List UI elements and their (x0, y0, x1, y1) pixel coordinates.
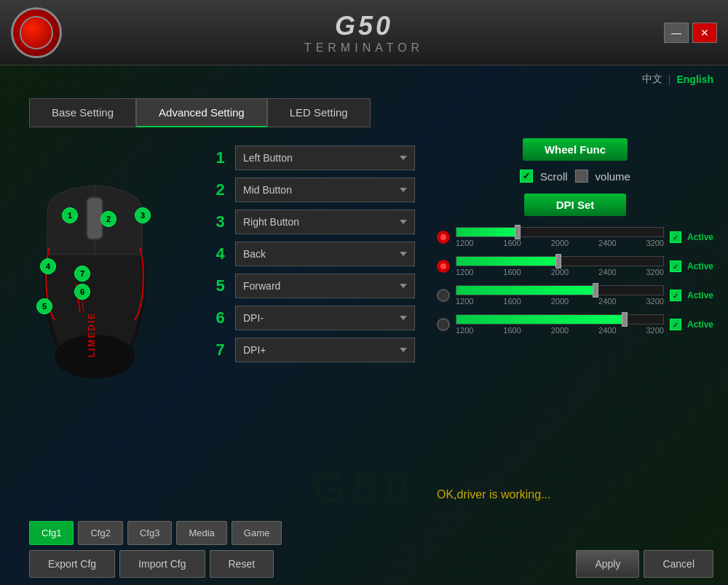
scroll-checkbox[interactable] (520, 170, 533, 183)
svg-text:LIMEDIE: LIMEDIE (87, 312, 97, 358)
mouse-btn-7: 7 (74, 266, 90, 282)
scroll-row: Scroll volume (437, 170, 713, 183)
button-select-1[interactable]: Left ButtonRight ButtonMid Button (235, 146, 415, 170)
dpi-active-3[interactable] (670, 290, 681, 301)
row-num-4: 4 (211, 244, 229, 263)
title-terminator: TERMINATOR (304, 41, 424, 55)
button-select-2[interactable]: Mid ButtonLeft ButtonRight Button (235, 178, 415, 202)
language-bar: 中文 | English (642, 73, 713, 86)
row-num-5: 5 (211, 276, 229, 295)
dpi-radio-2[interactable] (437, 260, 450, 273)
dpi-radio-3[interactable] (437, 289, 450, 302)
button-row-3: 3 Right ButtonLeft ButtonMid Button (211, 210, 415, 234)
tabs-row: Base Setting Advanced Setting LED Settin… (29, 98, 371, 127)
dpi-active-2[interactable] (670, 260, 681, 272)
tab-led-setting[interactable]: LED Setting (267, 98, 371, 127)
dpi-active-4[interactable] (670, 319, 681, 330)
volume-checkbox[interactable] (575, 170, 588, 183)
svg-point-0 (20, 17, 52, 49)
scroll-label: Scroll (540, 170, 568, 183)
mouse-btn-4: 4 (40, 258, 56, 274)
dpi-slider-2: 1200 1600 2000 2400 3200 (456, 256, 664, 276)
window-controls: — ✕ (664, 23, 717, 43)
button-select-3[interactable]: Right ButtonLeft ButtonMid Button (235, 210, 415, 234)
mouse-btn-2: 2 (100, 211, 116, 227)
button-row-5: 5 ForwardBack (211, 274, 415, 298)
wheel-func-button[interactable]: Wheel Func (523, 138, 628, 161)
watermark: G50 (312, 462, 416, 512)
left-actions: Export Cfg Import Cfg Reset (29, 550, 274, 578)
dpi-radio-4[interactable] (437, 318, 450, 331)
dpi-active-label-2: Active (687, 261, 713, 271)
button-select-6[interactable]: DPI-DPI+ (235, 306, 415, 330)
dpi-active-label-3: Active (687, 290, 713, 301)
dpi-row-3: 1200 1600 2000 2400 3200 Active (437, 285, 713, 306)
minimize-button[interactable]: — (664, 23, 689, 43)
mouse-btn-1: 1 (62, 207, 78, 223)
title-bar: G50 TERMINATOR — ✕ (0, 0, 728, 65)
row-num-1: 1 (211, 148, 229, 167)
row-num-7: 7 (211, 341, 229, 359)
title-g50: G50 (304, 11, 424, 41)
right-actions: Apply Cancel (576, 550, 713, 578)
dpi-active-label-4: Active (687, 319, 713, 330)
cfg2-button[interactable]: Cfg2 (78, 521, 122, 545)
bottom-bar: Cfg1 Cfg2 Cfg3 Media Game (29, 521, 713, 545)
mouse-container: LIMEDIE 1 2 3 4 5 6 7 (22, 138, 218, 415)
dpi-active-label-1: Active (687, 232, 713, 242)
logo-area (11, 7, 62, 58)
main-content: G50 中文 | English Base Setting Advanced S… (0, 65, 728, 585)
status-text: OK,driver is working... (437, 488, 550, 501)
dpi-row-2: 1200 1600 2000 2400 3200 Active (437, 256, 713, 276)
right-panel: Wheel Func Scroll volume DPI Set 1200 16… (437, 138, 713, 343)
row-num-6: 6 (211, 309, 229, 327)
dpi-slider-3: 1200 1600 2000 2400 3200 (456, 285, 664, 306)
dpi-slider-4: 1200 1600 2000 2400 3200 (456, 314, 664, 335)
dpi-row-4: 1200 1600 2000 2400 3200 Active (437, 314, 713, 335)
cfg1-button[interactable]: Cfg1 (29, 521, 74, 545)
dpi-set-button[interactable]: DPI Set (524, 194, 626, 216)
button-row-7: 7 DPI+DPI- (211, 338, 415, 362)
cfg3-button[interactable]: Cfg3 (127, 521, 172, 545)
button-select-5[interactable]: ForwardBack (235, 274, 415, 298)
lang-english[interactable]: English (676, 73, 713, 85)
reset-button[interactable]: Reset (210, 550, 274, 578)
tab-advanced-setting[interactable]: Advanced Setting (136, 98, 267, 127)
action-buttons-row: Export Cfg Import Cfg Reset Apply Cancel (29, 550, 713, 578)
cfg-buttons: Cfg1 Cfg2 Cfg3 Media Game (29, 521, 282, 545)
button-select-7[interactable]: DPI+DPI- (235, 338, 415, 362)
button-select-4[interactable]: BackForward (235, 242, 415, 266)
dpi-active-1[interactable] (670, 231, 681, 243)
game-button[interactable]: Game (232, 521, 282, 545)
logo-icon (11, 7, 62, 58)
row-num-2: 2 (211, 180, 229, 199)
apply-button[interactable]: Apply (576, 550, 639, 578)
button-mapping-rows: 1 Left ButtonRight ButtonMid Button 2 Mi… (211, 146, 415, 370)
mouse-btn-6: 6 (74, 284, 90, 300)
svg-rect-5 (87, 198, 102, 239)
lang-divider: | (668, 73, 671, 85)
button-row-4: 4 BackForward (211, 242, 415, 266)
svg-point-1 (32, 28, 41, 37)
cancel-button[interactable]: Cancel (644, 550, 713, 578)
lang-chinese[interactable]: 中文 (642, 73, 662, 86)
dpi-row-1: 1200 1600 2000 2400 3200 Active (437, 227, 713, 247)
row-num-3: 3 (211, 212, 229, 231)
volume-label: volume (596, 170, 630, 183)
button-row-2: 2 Mid ButtonLeft ButtonRight Button (211, 178, 415, 202)
dpi-slider-1: 1200 1600 2000 2400 3200 (456, 227, 664, 247)
mouse-btn-3: 3 (135, 207, 151, 223)
button-row-6: 6 DPI-DPI+ (211, 306, 415, 330)
button-row-1: 1 Left ButtonRight ButtonMid Button (211, 146, 415, 170)
mouse-btn-5: 5 (36, 298, 52, 314)
app-title: G50 TERMINATOR (304, 11, 424, 55)
media-button[interactable]: Media (176, 521, 226, 545)
import-cfg-button[interactable]: Import Cfg (119, 550, 205, 578)
dpi-radio-1[interactable] (437, 231, 450, 244)
close-button[interactable]: ✕ (692, 23, 717, 43)
export-cfg-button[interactable]: Export Cfg (29, 550, 115, 578)
tab-base-setting[interactable]: Base Setting (29, 98, 136, 127)
